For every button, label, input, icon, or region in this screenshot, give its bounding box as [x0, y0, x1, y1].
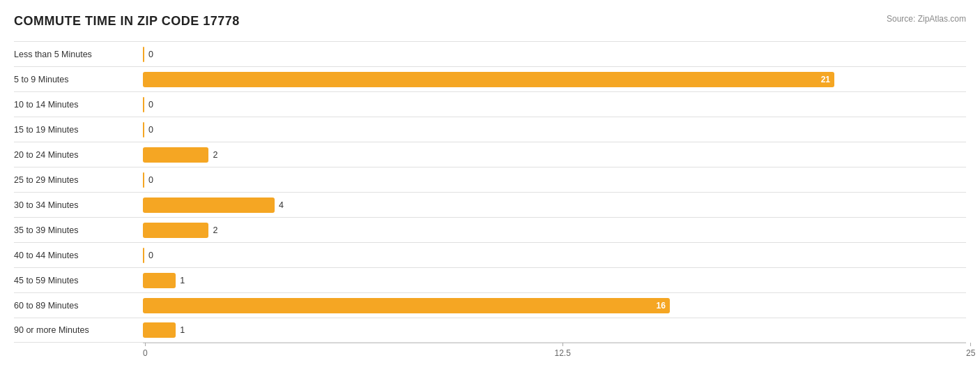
bar-row: 10 to 14 Minutes0 [14, 91, 966, 117]
bar-value: 0 [148, 251, 153, 260]
bar-value: 0 [148, 175, 153, 185]
bars-area: Less than 5 Minutes05 to 9 Minutes2110 t… [14, 41, 966, 343]
bar-track: 4 [143, 198, 966, 213]
bar-label: 30 to 34 Minutes [14, 200, 143, 210]
bar-value: 1 [180, 325, 185, 335]
bar-track: 0 [143, 97, 966, 112]
bar-track: 2 [143, 223, 966, 238]
bar-label: 90 or more Minutes [14, 325, 143, 335]
bar-track: 0 [143, 172, 966, 188]
bar-value-inside: 16 [656, 301, 665, 311]
bar-fill [143, 147, 208, 163]
bar-track: 0 [143, 248, 966, 263]
bar-fill: 21 [143, 72, 834, 87]
x-axis-tick: 25 [966, 343, 975, 358]
bar-track: 2 [143, 147, 966, 163]
bar-label: 60 to 89 Minutes [14, 301, 143, 311]
bar-label: 5 to 9 Minutes [14, 75, 143, 84]
bar-fill [143, 248, 144, 263]
bar-track: 16 [143, 298, 966, 313]
bar-value: 2 [213, 225, 217, 235]
chart-source: Source: ZipAtlas.com [887, 14, 966, 24]
bar-track: 21 [143, 72, 966, 87]
bar-fill [143, 47, 144, 62]
bar-track: 0 [143, 47, 966, 62]
bar-fill [143, 273, 176, 288]
x-axis-container: 012.525 [143, 343, 966, 364]
bar-fill [143, 172, 144, 188]
bar-value: 0 [148, 100, 153, 110]
bar-row: 40 to 44 Minutes0 [14, 242, 966, 267]
bar-row: Less than 5 Minutes0 [14, 41, 966, 66]
x-axis-tick: 12.5 [555, 343, 571, 358]
bar-row: 25 to 29 Minutes0 [14, 167, 966, 192]
bar-label: Less than 5 Minutes [14, 50, 143, 59]
bar-value-inside: 21 [821, 75, 830, 84]
chart-title: COMMUTE TIME IN ZIP CODE 17778 [14, 14, 240, 29]
bar-fill [143, 198, 275, 213]
bar-label: 20 to 24 Minutes [14, 150, 143, 160]
bar-label: 10 to 14 Minutes [14, 100, 143, 110]
bar-label: 40 to 44 Minutes [14, 251, 143, 260]
bar-track: 1 [143, 322, 966, 338]
bar-value: 4 [279, 200, 284, 210]
bar-fill [143, 322, 176, 338]
x-axis-tick: 0 [143, 343, 148, 358]
x-tick-mark [562, 343, 563, 346]
bar-row: 35 to 39 Minutes2 [14, 217, 966, 242]
x-tick-label: 0 [143, 348, 148, 358]
bar-fill: 16 [143, 298, 670, 313]
bar-fill [143, 223, 208, 238]
bar-value: 0 [148, 125, 153, 135]
bar-value: 1 [180, 276, 185, 285]
bar-value: 0 [148, 50, 153, 59]
bar-track: 0 [143, 122, 966, 137]
bar-row: 90 or more Minutes1 [14, 318, 966, 343]
bar-fill [143, 97, 144, 112]
bar-label: 25 to 29 Minutes [14, 175, 143, 185]
x-tick-mark [145, 343, 146, 346]
chart-container: COMMUTE TIME IN ZIP CODE 17778 Source: Z… [0, 0, 980, 365]
bar-label: 15 to 19 Minutes [14, 125, 143, 135]
bar-label: 45 to 59 Minutes [14, 276, 143, 285]
chart-header: COMMUTE TIME IN ZIP CODE 17778 Source: Z… [14, 14, 966, 29]
bar-row: 60 to 89 Minutes16 [14, 292, 966, 318]
bar-row: 15 to 19 Minutes0 [14, 117, 966, 142]
bar-label: 35 to 39 Minutes [14, 225, 143, 235]
bar-row: 5 to 9 Minutes21 [14, 66, 966, 91]
bar-row: 45 to 59 Minutes1 [14, 267, 966, 292]
x-tick-label: 25 [966, 348, 975, 358]
bar-row: 30 to 34 Minutes4 [14, 192, 966, 217]
bar-row: 20 to 24 Minutes2 [14, 142, 966, 167]
bar-track: 1 [143, 273, 966, 288]
x-tick-label: 12.5 [555, 348, 571, 358]
bar-value: 2 [213, 150, 217, 160]
bar-fill [143, 122, 144, 137]
x-tick-mark [970, 343, 971, 346]
